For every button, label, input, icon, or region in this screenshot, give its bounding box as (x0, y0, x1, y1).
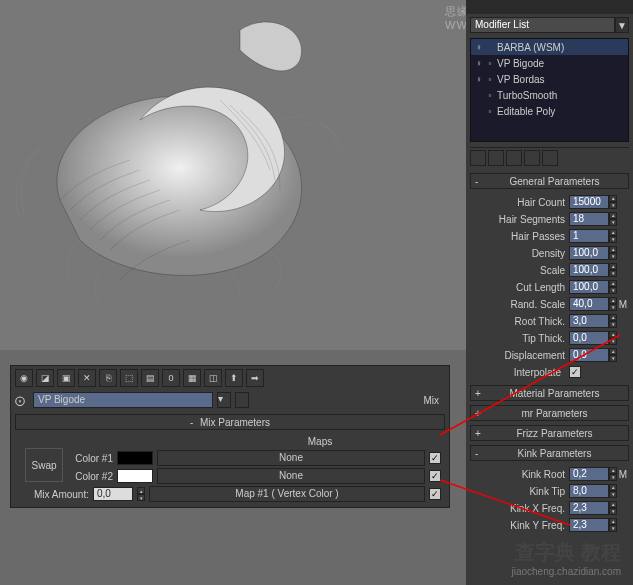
spinner[interactable]: ▴▾ (609, 280, 617, 294)
param-label: Cut Length (470, 282, 569, 293)
command-panel: Modifier List ▼ ♀BARBA (WSM) ♀▫VP Bigode… (466, 0, 633, 585)
color2-map-button[interactable]: None (157, 468, 425, 484)
interpolate-checkbox[interactable]: ✓ (569, 366, 581, 378)
material-name-dropdown[interactable]: VP Bigode (33, 392, 213, 408)
put-to-scene-button[interactable]: ◪ (36, 369, 54, 387)
rollout-mix-parameters[interactable]: -Mix Parameters (15, 414, 445, 430)
make-copy-button[interactable]: ⎘ (99, 369, 117, 387)
lightbulb-icon[interactable]: ♀ (473, 43, 485, 52)
color1-swatch[interactable] (117, 451, 153, 465)
go-forward-button[interactable]: ➡ (246, 369, 264, 387)
assign-button[interactable]: ▣ (57, 369, 75, 387)
show-end-result-button[interactable] (488, 150, 504, 166)
watermark-bottom: 查字典 教程 jiaocheng.chazidian.com (511, 539, 621, 577)
spinner[interactable]: ▴▾ (609, 518, 617, 532)
modifier-stack[interactable]: ♀BARBA (WSM) ♀▫VP Bigode ♀▫VP Bordas ▫Tu… (470, 38, 629, 142)
get-material-button[interactable]: ◉ (15, 369, 33, 387)
expand-icon[interactable]: ▫ (485, 91, 495, 100)
cut-length-input[interactable]: 100,0 (569, 280, 609, 294)
map-button[interactable]: M (617, 469, 629, 480)
hair-passes-input[interactable]: 1 (569, 229, 609, 243)
spinner[interactable]: ▴▾ (609, 229, 617, 243)
dropdown-arrow-icon[interactable]: ▾ (217, 392, 231, 408)
mix-amount-checkbox[interactable]: ✓ (429, 488, 441, 500)
make-unique-button[interactable]: ⬚ (120, 369, 138, 387)
put-library-button[interactable]: ▤ (141, 369, 159, 387)
spinner[interactable]: ▴▾ (609, 484, 617, 498)
configure-sets-button[interactable] (542, 150, 558, 166)
stack-item[interactable]: ▫Editable Poly (471, 103, 628, 119)
spinner[interactable]: ▴▾ (609, 212, 617, 226)
hair-count-input[interactable]: 15000 (569, 195, 609, 209)
material-type-button[interactable]: Mix (417, 395, 445, 406)
map-button[interactable]: M (617, 299, 629, 310)
kink-y-input[interactable]: 2,3 (569, 518, 609, 532)
root-thick-input[interactable]: 3,0 (569, 314, 609, 328)
expand-icon[interactable]: ▫ (485, 107, 495, 116)
show-end-button[interactable]: ◫ (204, 369, 222, 387)
rand-scale-input[interactable]: 40,0 (569, 297, 609, 311)
color2-swatch[interactable] (117, 469, 153, 483)
spinner[interactable]: ▴▾ (609, 195, 617, 209)
mix-body: Maps Swap Color #1 None ✓ Color #2 None … (11, 432, 449, 507)
spinner[interactable]: ▴▾ (609, 263, 617, 277)
stack-item[interactable]: ♀▫VP Bordas (471, 71, 628, 87)
pin-stack-button[interactable] (470, 150, 486, 166)
rollout-general[interactable]: -General Parameters (470, 173, 629, 189)
param-label: Kink Tip (470, 486, 569, 497)
param-label: Hair Passes (470, 231, 569, 242)
reset-button[interactable]: ✕ (78, 369, 96, 387)
color1-checkbox[interactable]: ✓ (429, 452, 441, 464)
mix-amount-input[interactable]: 0,0 (93, 487, 133, 501)
pick-material-icon[interactable]: ⨀ (15, 395, 29, 406)
kink-tip-input[interactable]: 8,0 (569, 484, 609, 498)
tip-thick-input[interactable]: 0,0 (569, 331, 609, 345)
material-id-button[interactable]: 0 (162, 369, 180, 387)
rollout-mr[interactable]: +mr Parameters (470, 405, 629, 421)
color2-checkbox[interactable]: ✓ (429, 470, 441, 482)
color1-map-button[interactable]: None (157, 450, 425, 466)
viewport-3d[interactable] (0, 0, 466, 350)
expand-icon[interactable]: ▫ (485, 59, 495, 68)
go-parent-button[interactable]: ⬆ (225, 369, 243, 387)
stack-toolbar (470, 147, 629, 168)
spinner[interactable]: ▴▾ (609, 297, 617, 311)
panel-tabs[interactable] (466, 0, 633, 14)
rollout-frizz[interactable]: +Frizz Parameters (470, 425, 629, 441)
density-input[interactable]: 100,0 (569, 246, 609, 260)
mix-amount-map-button[interactable]: Map #1 ( Vertex Color ) (149, 486, 425, 502)
spinner[interactable]: ▴▾ (609, 348, 617, 362)
param-label: Rand. Scale (470, 299, 569, 310)
hair-segments-input[interactable]: 18 (569, 212, 609, 226)
rollout-kink[interactable]: -Kink Parameters (470, 445, 629, 461)
spinner[interactable]: ▴▾ (609, 246, 617, 260)
param-label: Kink Root (470, 469, 569, 480)
kink-x-input[interactable]: 2,3 (569, 501, 609, 515)
stack-item[interactable]: ▫TurboSmooth (471, 87, 628, 103)
kink-root-input[interactable]: 0,2 (569, 467, 609, 481)
spinner[interactable]: ▴▾ (137, 487, 145, 501)
stack-item[interactable]: ♀BARBA (WSM) (471, 39, 628, 55)
dropdown-arrow-icon[interactable]: ▼ (615, 17, 629, 33)
param-label: Root Thick. (470, 316, 569, 327)
spinner[interactable]: ▴▾ (609, 314, 617, 328)
show-map-button[interactable]: ▦ (183, 369, 201, 387)
stack-item[interactable]: ♀▫VP Bigode (471, 55, 628, 71)
mix-amount-label: Mix Amount: (19, 489, 89, 500)
remove-modifier-button[interactable] (524, 150, 540, 166)
spinner[interactable]: ▴▾ (609, 331, 617, 345)
displacement-input[interactable]: 0,0 (569, 348, 609, 362)
make-unique-button[interactable] (506, 150, 522, 166)
spinner[interactable]: ▴▾ (609, 501, 617, 515)
material-picker-button[interactable] (235, 392, 249, 408)
modifier-list-dropdown[interactable]: Modifier List (470, 17, 615, 33)
rollout-material[interactable]: +Material Parameters (470, 385, 629, 401)
swap-button[interactable]: Swap (25, 448, 63, 482)
lightbulb-icon[interactable]: ♀ (473, 75, 485, 84)
scale-input[interactable]: 100,0 (569, 263, 609, 277)
expand-icon[interactable]: ▫ (485, 75, 495, 84)
param-label: Tip Thick. (470, 333, 569, 344)
maps-label: Maps (19, 436, 441, 449)
spinner[interactable]: ▴▾ (609, 467, 617, 481)
lightbulb-icon[interactable]: ♀ (473, 59, 485, 68)
